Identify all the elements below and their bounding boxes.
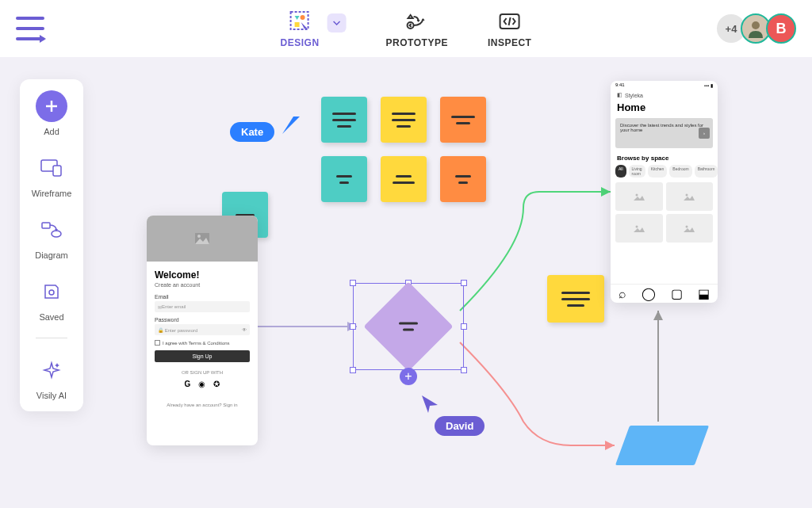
product-grid [611, 182, 718, 243]
bookmark-icon[interactable]: ▢ [671, 286, 683, 301]
email-label: Email [155, 294, 250, 300]
sticky-note[interactable] [381, 97, 427, 143]
collaborator-cursor-kate: Kate [230, 122, 301, 142]
social-buttons: G ◉ ✪ [155, 380, 250, 388]
category-chips: All Living room Kitchen Bedroom Bathroom [611, 165, 718, 182]
search-icon[interactable]: ⌕ [619, 287, 626, 301]
product-card[interactable] [666, 182, 714, 211]
promo-banner[interactable]: Discover the latest trends and styles fo… [615, 118, 713, 148]
password-input[interactable]: 🔒 Enter password👁 [155, 324, 250, 335]
password-label: Password [155, 317, 250, 323]
email-input[interactable]: ✉ Enter email [155, 301, 250, 312]
sidebar-item-label: Saved [39, 312, 63, 322]
hamburger-menu-button[interactable] [16, 17, 44, 40]
image-icon [684, 224, 695, 232]
person-icon [746, 19, 765, 38]
sidebar-item-label: Visily AI [36, 391, 67, 400]
sticky-note[interactable] [381, 156, 427, 202]
sidebar-item-add[interactable]: Add [36, 90, 67, 136]
hero-placeholder [147, 216, 258, 262]
diagram-icon [36, 214, 67, 246]
chip[interactable]: Bathroom [695, 165, 718, 178]
image-icon [195, 233, 209, 244]
tool-sidebar: Add Wireframe Diagram Saved Visily AI [20, 79, 83, 411]
status-bar: 9:41••• ▮ [611, 81, 718, 89]
svg-point-16 [197, 235, 201, 238]
data-node[interactable] [615, 426, 709, 465]
sticky-note[interactable] [440, 97, 486, 143]
image-icon [634, 193, 645, 201]
tab-label: DESIGN [281, 37, 320, 48]
chip[interactable]: Living room [629, 165, 645, 178]
svg-point-2 [300, 15, 304, 20]
tab-inspect[interactable]: INSPECT [488, 9, 532, 48]
sticky-note[interactable] [440, 156, 486, 202]
chevron-down-icon [333, 21, 341, 25]
section-title: Browse by space [611, 155, 718, 162]
svg-rect-3 [294, 22, 299, 27]
collaborator-badge[interactable]: B [766, 13, 796, 44]
tab-prototype[interactable]: PROTOTYPE [386, 9, 448, 48]
sidebar-item-ai[interactable]: Visily AI [36, 354, 67, 400]
decision-node[interactable]: + [357, 287, 460, 366]
cart-icon[interactable]: ⬓ [698, 286, 710, 301]
welcome-subtitle: Create an account [155, 282, 250, 288]
wireframe-icon [36, 152, 67, 184]
svg-point-17 [635, 194, 638, 197]
sidebar-divider [36, 338, 67, 338]
welcome-title: Welcome! [155, 269, 250, 281]
image-icon [684, 193, 695, 201]
tab-label: INSPECT [488, 37, 532, 48]
product-card[interactable] [615, 182, 663, 211]
design-dropdown-button[interactable] [327, 13, 347, 32]
sidebar-item-diagram[interactable]: Diagram [35, 214, 68, 260]
svg-rect-11 [53, 166, 61, 176]
home-title: Home [611, 101, 718, 118]
cursor-icon [281, 115, 301, 136]
prototype-icon [404, 9, 430, 34]
sparkle-icon [36, 354, 67, 386]
add-connection-button[interactable]: + [400, 368, 417, 385]
svg-point-18 [686, 194, 688, 197]
chip[interactable]: Kitchen [648, 165, 668, 178]
app-header: DESIGN PROTOTYPE INSPECT +4 B [0, 0, 812, 57]
signup-button[interactable]: Sign Up [155, 350, 250, 362]
design-icon [287, 9, 312, 34]
svg-point-19 [635, 226, 638, 228]
profile-icon[interactable]: ◯ [642, 286, 656, 301]
signin-link[interactable]: Already have an account? Sign in [155, 403, 250, 407]
inspect-icon [497, 9, 523, 34]
google-icon[interactable]: G [185, 380, 191, 388]
sticky-note[interactable] [321, 97, 367, 143]
wireframe-home-screen[interactable]: 9:41••• ▮ ◧Styleka Home Discover the lat… [611, 81, 718, 303]
product-card[interactable] [615, 214, 663, 243]
chip[interactable]: Bedroom [669, 165, 691, 178]
chip[interactable]: All [615, 165, 626, 178]
tab-design[interactable]: DESIGN [281, 9, 320, 48]
design-canvas[interactable]: Kate + David Welcome! Create an acc [0, 57, 812, 508]
svg-point-14 [49, 290, 54, 295]
cursor-label: David [435, 416, 485, 436]
sidebar-item-saved[interactable]: Saved [36, 276, 67, 322]
product-card[interactable] [666, 214, 714, 243]
svg-point-13 [52, 231, 61, 237]
terms-checkbox[interactable]: I agree with Terms & Conditions [155, 340, 250, 346]
brand-row: ◧Styleka [611, 89, 718, 101]
add-icon [36, 90, 67, 122]
sticky-note[interactable] [547, 275, 604, 323]
cursor-icon [420, 394, 439, 413]
cursor-label: Kate [230, 122, 274, 142]
tab-label: PROTOTYPE [386, 37, 448, 48]
svg-point-7 [752, 21, 760, 29]
sidebar-item-label: Add [44, 127, 59, 136]
sidebar-item-wireframe[interactable]: Wireframe [32, 152, 72, 198]
facebook-icon[interactable]: ◉ [198, 380, 205, 388]
wireframe-welcome-screen[interactable]: Welcome! Create an account Email ✉ Enter… [147, 216, 258, 445]
saved-icon [36, 276, 67, 307]
svg-line-6 [509, 17, 511, 25]
sidebar-item-label: Diagram [35, 250, 68, 260]
sticky-note[interactable] [321, 156, 367, 202]
sidebar-item-label: Wireframe [32, 189, 72, 198]
or-divider: OR SIGN UP WITH [155, 370, 250, 375]
apple-icon[interactable]: ✪ [213, 380, 220, 388]
